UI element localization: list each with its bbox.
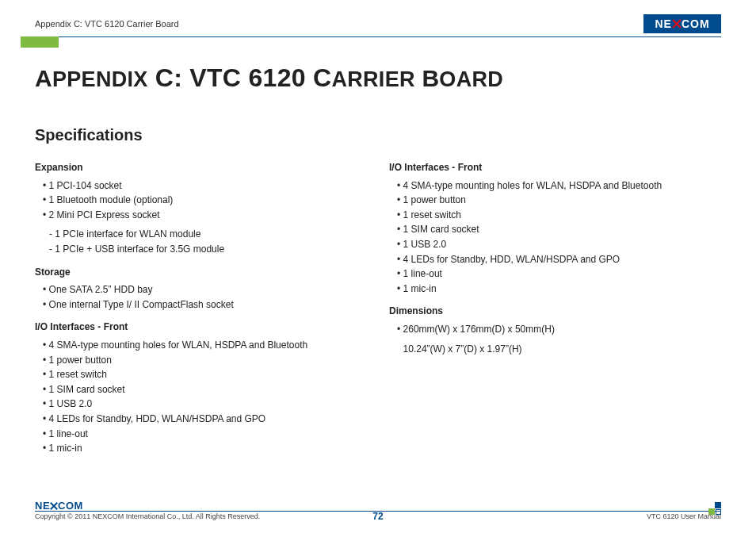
list-item: 4 LEDs for Standby, HDD, WLAN/HSDPA and … (41, 412, 367, 427)
list-item: 1 line-out (395, 266, 721, 282)
list-item: 1 SIM card socket (395, 222, 721, 237)
list-item: 4 SMA-type mounting holes for WLAN, HSDP… (395, 178, 721, 194)
list-item: 1 power button (41, 353, 367, 368)
header-rule (35, 36, 721, 37)
section-heading: Specifications (35, 126, 721, 144)
footer-deco-icon (708, 502, 721, 515)
list-item: 1 line-out (41, 427, 367, 442)
list-item: 1 Bluetooth module (optional) (41, 193, 367, 208)
list-item: 1 mic-in (41, 441, 367, 456)
page-number: 72 (372, 511, 383, 522)
dimensions-list-line2: • 10.24”(W) x 7”(D) x 1.97”(H) (389, 342, 721, 357)
group-title-storage: Storage (35, 265, 367, 280)
page: Appendix C: VTC 6120 Carrier Board NECOM… (0, 0, 756, 533)
list-item: 1 mic-in (395, 282, 721, 297)
green-tab-icon (21, 36, 59, 48)
list-item: 1 USB 2.0 (41, 397, 367, 412)
list-item: 4 LEDs for Standby, HDD, WLAN/HSDPA and … (395, 252, 721, 267)
list-item: 1 reset switch (41, 367, 367, 382)
list-item: 1 PCIe interface for WLAN module (49, 227, 367, 242)
brand-logo: NECOM (643, 14, 721, 33)
list-item: 1 reset switch (395, 208, 721, 223)
footer-logo: NECOM (35, 500, 83, 511)
expansion-list: 1 PCI-104 socket 1 Bluetooth module (opt… (35, 178, 367, 223)
io-front-list-left: 4 SMA-type mounting holes for WLAN, HSDP… (35, 338, 367, 456)
logo-x-icon (672, 19, 682, 29)
list-item: 1 SIM card socket (41, 382, 367, 397)
list-item: One SATA 2.5” HDD bay (41, 282, 367, 297)
list-item: • 10.24”(W) x 7”(D) x 1.97”(H) (395, 342, 721, 357)
io-front-list-right: 4 SMA-type mounting holes for WLAN, HSDP… (389, 178, 721, 297)
list-item: 1 PCI-104 socket (41, 178, 367, 194)
group-title-expansion: Expansion (35, 160, 367, 175)
list-item: 260mm(W) x 176mm(D) x 50mm(H) (395, 322, 721, 337)
columns: Expansion 1 PCI-104 socket 1 Bluetooth m… (35, 152, 721, 461)
list-item: 1 PCIe + USB interface for 3.5G module (49, 242, 367, 257)
group-title-io-front-right: I/O Interfaces - Front (389, 160, 721, 175)
list-item: 1 power button (395, 193, 721, 208)
column-left: Expansion 1 PCI-104 socket 1 Bluetooth m… (35, 152, 367, 461)
footer-bottom-row: Copyright © 2011 NEXCOM International Co… (35, 512, 721, 520)
footer-top-row: NECOM (35, 500, 721, 511)
expansion-sublist: 1 PCIe interface for WLAN module 1 PCIe … (35, 227, 367, 256)
footer-logo-text: NECOM (35, 500, 83, 511)
brand-logo-text: NECOM (655, 18, 709, 29)
list-item: 1 USB 2.0 (395, 237, 721, 252)
column-right: I/O Interfaces - Front 4 SMA-type mounti… (389, 152, 721, 461)
list-item: 2 Mini PCI Express socket (41, 208, 367, 223)
group-title-io-front-left: I/O Interfaces - Front (35, 320, 367, 335)
breadcrumb: Appendix C: VTC 6120 Carrier Board (35, 19, 179, 29)
list-item: 4 SMA-type mounting holes for WLAN, HSDP… (41, 338, 367, 353)
copyright: Copyright © 2011 NEXCOM International Co… (35, 512, 260, 520)
header-bar: Appendix C: VTC 6120 Carrier Board NECOM (35, 14, 721, 33)
footer: NECOM Copyright © 2011 NEXCOM Internatio… (35, 499, 721, 520)
group-title-dimensions: Dimensions (389, 304, 721, 319)
footer-logo-x-icon (50, 502, 58, 510)
storage-list: One SATA 2.5” HDD bay One internal Type … (35, 282, 367, 312)
dimensions-list: 260mm(W) x 176mm(D) x 50mm(H) (389, 322, 721, 337)
page-title: APPENDIX C: VTC 6120 CARRIER BOARD (35, 63, 721, 93)
list-item: One internal Type I/ II CompactFlash soc… (41, 297, 367, 313)
